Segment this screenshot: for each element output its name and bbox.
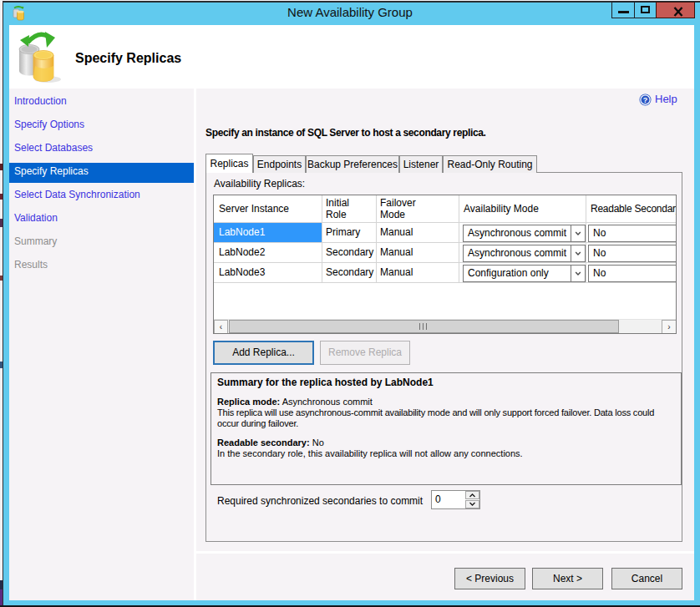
svg-text:?: ? — [643, 96, 648, 104]
